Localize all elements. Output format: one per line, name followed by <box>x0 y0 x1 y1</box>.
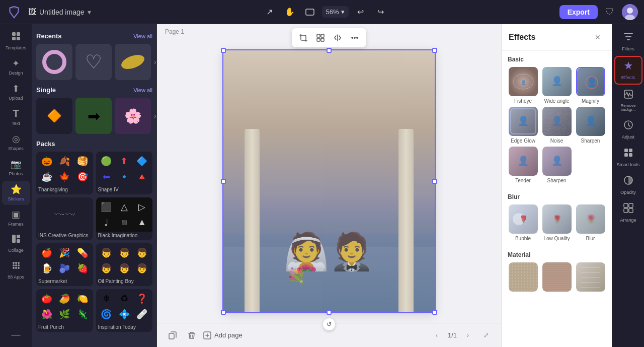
prev-page-button[interactable]: ‹ <box>430 328 444 342</box>
svg-rect-73 <box>629 203 633 207</box>
remove-bg-tool[interactable]: Remove backgr... <box>614 86 642 116</box>
effects-icon <box>623 60 634 74</box>
svg-text:🌹: 🌹 <box>519 215 528 224</box>
canvas-area: Page 1 👰🤵 💐 <box>157 24 501 347</box>
page-info: 1/1 <box>448 331 457 339</box>
effects-close-button[interactable]: ✕ <box>591 30 605 44</box>
pack-item-inscreative[interactable]: 〰〜⋯ 〰〜⋰ INS Creative Graphics <box>36 197 93 240</box>
recent-item-oval[interactable] <box>115 44 151 80</box>
next-page-button[interactable]: › <box>461 328 475 342</box>
grid-button[interactable] <box>313 30 328 45</box>
design-icon: ✦ <box>12 58 20 69</box>
redo-button[interactable]: ↪ <box>373 4 389 20</box>
canvas-content[interactable]: 👰🤵 💐 <box>157 39 501 323</box>
doc-dropdown-icon[interactable]: ▾ <box>88 8 91 16</box>
sidebar-item-design[interactable]: ✦ Design <box>2 55 30 79</box>
photos-label: Photos <box>9 171 23 177</box>
svg-rect-64 <box>627 39 630 40</box>
single-item-arrow[interactable]: ➡ <box>75 98 112 134</box>
single-item-arrows[interactable]: 🔶 <box>36 98 72 134</box>
adjust-label: Adjust <box>622 134 634 140</box>
arrange-label: Arrange <box>620 218 636 223</box>
effect-tender[interactable]: 👤 Tender <box>508 147 538 183</box>
pack-item-blackimagination[interactable]: ⬛△▷ ♩◾▲ Black Imagination <box>96 197 153 240</box>
stickers-icon: ⭐ <box>11 184 22 195</box>
crop-button[interactable] <box>296 30 311 45</box>
single-more-button[interactable]: › <box>154 104 156 128</box>
effect-magnify[interactable]: 👤 Magnify <box>575 67 606 104</box>
sidebar-item-collage[interactable]: Collage <box>2 231 30 256</box>
opacity-icon <box>623 175 634 188</box>
doc-info[interactable]: 🖼 Untitled image ▾ <box>28 8 91 17</box>
smart-tools-tool[interactable]: Smart tools <box>614 144 642 171</box>
zoom-control[interactable]: 56% ▾ <box>322 6 349 18</box>
app-logo[interactable] <box>6 4 22 20</box>
sidebar-item-templates[interactable]: Templates <box>2 28 30 54</box>
shield-icon[interactable]: 🛡 <box>602 4 618 20</box>
templates-label: Templates <box>6 45 26 51</box>
frames-icon: ▣ <box>12 209 20 220</box>
effect-blur[interactable]: 🌹 Blur <box>575 204 606 241</box>
effect-sharpen[interactable]: 👤 Sharpen <box>575 107 606 144</box>
effect-fisheye[interactable]: 👤 Fisheye <box>508 67 538 104</box>
pack-item-thanksgiving[interactable]: 🎃🍂🥞 ☕🍁🎯 Thanksgiving <box>36 152 93 194</box>
recent-item-circle[interactable] <box>36 44 72 80</box>
pack-item-shapeiv[interactable]: 🟢⬆🔷 ⬅🔹🔺 Shape IV <box>96 152 153 194</box>
pack-item-inspiration[interactable]: ❄♻❓ 🌀💠🩹 Inspiration Today <box>96 289 153 332</box>
effect-material3[interactable] <box>575 262 606 292</box>
blur-thumb: 🌹 <box>576 204 605 234</box>
sidebar-item-frames[interactable]: ▣ Frames <box>2 206 30 230</box>
sidebar-item-stickers[interactable]: ⭐ Stickers <box>2 181 30 205</box>
display-tool[interactable] <box>302 4 318 20</box>
single-item-flower[interactable]: 🌸 <box>115 98 151 134</box>
effect-noise[interactable]: 👤 Noise <box>541 107 572 144</box>
sidebar-item-shapes[interactable]: ◎ Shapes <box>2 130 30 155</box>
filters-tool[interactable]: Filters <box>614 28 642 55</box>
effect-lowquality[interactable]: 🌹 Low Quality <box>541 204 572 241</box>
opacity-tool[interactable]: Opacity <box>614 172 642 198</box>
svg-rect-67 <box>624 149 628 152</box>
recents-view-all[interactable]: View all <box>133 33 152 39</box>
canvas-toolbar: ••• <box>292 28 366 47</box>
export-button[interactable]: Export <box>559 5 598 19</box>
single-view-all[interactable]: View all <box>133 87 152 93</box>
sidebar-item-text[interactable]: T Text <box>2 105 30 129</box>
hand-tool[interactable]: ✋ <box>282 4 298 20</box>
expand-button[interactable]: ⤢ <box>479 328 493 342</box>
effects-tool[interactable]: Effects <box>614 56 642 85</box>
pack-item-supermarket[interactable]: 🍎🎉💊 🍺🫐🍓 Supermarket <box>36 243 93 286</box>
tender-label: Tender <box>515 178 531 183</box>
arrange-tool[interactable]: Arrange <box>614 199 642 226</box>
canvas-image[interactable]: 👰🤵 💐 <box>223 50 435 312</box>
flip-button[interactable] <box>330 30 345 45</box>
effect-wideangle[interactable]: 👤 Wide angle <box>541 67 572 104</box>
pack-item-fruitpunch[interactable]: 🍅🥭🍋 🌺🌿🦎 Fruit Punch <box>36 289 93 332</box>
sidebar-item-more[interactable]: — <box>2 326 30 343</box>
effect-material2[interactable] <box>541 262 572 292</box>
more-options-button[interactable]: ••• <box>347 30 362 45</box>
pack-item-oilpainting[interactable]: 👦👦👦 👦👦👦 Oil Painting Boy <box>96 243 153 286</box>
svg-rect-75 <box>629 209 633 213</box>
effect-edgeglow[interactable]: 👤 Edge Glow <box>508 107 538 144</box>
delete-frame-button[interactable] <box>184 328 199 343</box>
effect-material1[interactable] <box>508 262 538 292</box>
effect-sharpen2[interactable]: 👤 Sharpen <box>541 147 572 183</box>
undo-button[interactable]: ↩ <box>353 4 369 20</box>
svg-rect-69 <box>624 153 628 157</box>
sidebar-item-apps[interactable]: 88 Apps <box>2 257 30 283</box>
select-tool[interactable]: ↗ <box>262 4 278 20</box>
copy-frame-button[interactable] <box>165 328 180 343</box>
add-page-button[interactable]: Add page <box>203 331 243 339</box>
effect-bubble[interactable]: 🌹 Bubble <box>508 204 538 241</box>
rotate-handle[interactable]: ↺ <box>323 318 335 330</box>
noise-thumb: 👤 <box>542 107 572 136</box>
sidebar-item-upload[interactable]: ⬆ Upload <box>2 80 30 104</box>
recent-item-heart[interactable]: ♡ <box>75 44 112 80</box>
sidebar-item-photos[interactable]: 📷 Photos <box>2 156 30 180</box>
avatar[interactable] <box>622 4 638 20</box>
pack-thanksgiving-label: Thanksgiving <box>36 186 93 194</box>
single-header: Single View all <box>36 86 152 94</box>
adjust-tool[interactable]: Adjust <box>614 116 642 143</box>
noise-label: Noise <box>550 138 564 144</box>
recents-more-button[interactable]: › <box>154 50 156 74</box>
